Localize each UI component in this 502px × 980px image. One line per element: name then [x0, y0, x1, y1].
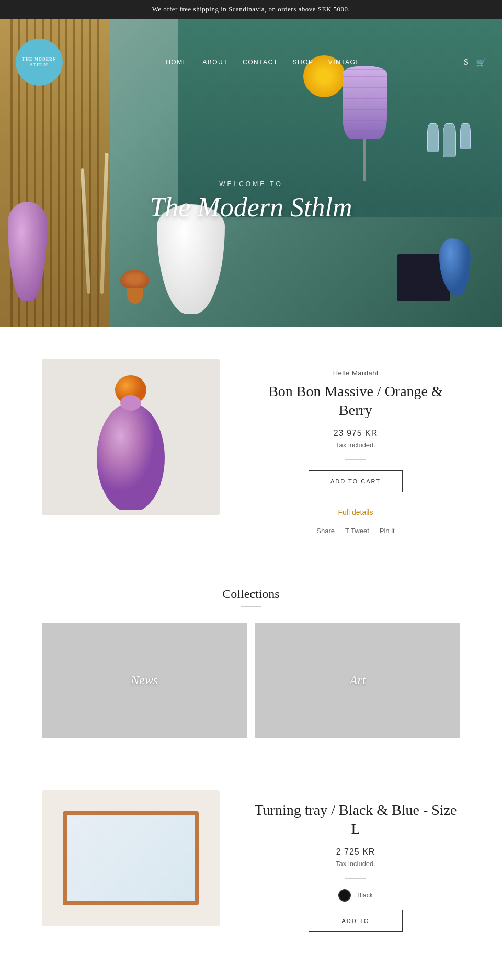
hero-candles [84, 153, 106, 296]
product-name: Bon Bon Massive / Orange & Berry [251, 382, 460, 420]
product-price: 23 975 KR [251, 429, 460, 438]
collections-divider [241, 606, 261, 607]
collections-title: Collections [42, 587, 460, 601]
nav-icons: S 🛒 [464, 57, 486, 67]
product-divider [345, 459, 366, 460]
second-product-image [42, 790, 220, 926]
hero-text-block: WELCOME TO The Modern Sthlm [0, 180, 502, 223]
second-product-tax: Tax included. [251, 860, 460, 868]
hero-mushroom-vase [120, 270, 149, 301]
bon-bon-vase-svg [78, 364, 183, 510]
product-brand: Helle Mardahl [251, 369, 460, 377]
nav-about[interactable]: ABOUT [202, 59, 228, 66]
tweet-link[interactable]: T Tweet [345, 527, 369, 535]
main-nav: THE MODERNSTHLM HOME ABOUT CONTACT SHOP … [0, 33, 502, 91]
hero-welcome: WELCOME TO [0, 180, 502, 188]
second-product-info: Turning tray / Black & Blue - Size L 2 7… [251, 790, 460, 932]
collections-section: Collections News Art [0, 566, 502, 769]
featured-product-image [42, 359, 220, 515]
svg-point-1 [97, 403, 165, 510]
hero-section: THE MODERNSTHLM HOME ABOUT CONTACT SHOP … [0, 19, 502, 327]
add-to-cart-button[interactable]: ADD TO CART [309, 470, 403, 492]
hero-blue-vase [439, 238, 471, 296]
featured-product-section: Helle Mardahl Bon Bon Massive / Orange &… [0, 327, 502, 566]
nav-links: HOME ABOUT CONTACT SHOP VINTAGE [166, 59, 361, 66]
nav-home[interactable]: HOME [166, 59, 188, 66]
nav-shop[interactable]: SHOP [293, 59, 314, 66]
second-product-price: 2 725 KR [251, 847, 460, 857]
second-product-name: Turning tray / Black & Blue - Size L [251, 801, 460, 839]
color-swatch-row: Black [251, 889, 460, 902]
second-add-to-cart-button[interactable]: ADD TO [309, 910, 403, 932]
collection-news-card[interactable]: News [42, 623, 247, 738]
logo-text: THE MODERNSTHLM [22, 56, 56, 68]
site-logo[interactable]: THE MODERNSTHLM [16, 39, 63, 86]
black-swatch[interactable] [338, 889, 351, 902]
hero-title: The Modern Sthlm [0, 192, 502, 223]
collection-art-label: Art [350, 673, 366, 687]
hero-glasses [427, 123, 471, 157]
social-share: Share T Tweet Pin it [251, 527, 460, 535]
banner-text: We offer free shipping in Scandinavia, o… [152, 5, 350, 13]
cart-icon[interactable]: 🛒 [476, 57, 486, 67]
product-tax: Tax included. [251, 441, 460, 449]
svg-point-2 [120, 395, 141, 411]
featured-product-info: Helle Mardahl Bon Bon Massive / Orange &… [251, 359, 460, 535]
top-banner: We offer free shipping in Scandinavia, o… [0, 0, 502, 19]
color-label: Black [357, 892, 372, 899]
tray-visual [63, 811, 199, 905]
second-product-divider [345, 878, 366, 879]
collection-news-label: News [131, 673, 158, 687]
collections-grid: News Art [42, 623, 460, 738]
full-details-link[interactable]: Full details [251, 508, 460, 516]
nav-contact[interactable]: CONTACT [243, 59, 278, 66]
pin-link[interactable]: Pin it [380, 527, 395, 535]
second-product-section: Turning tray / Black & Blue - Size L 2 7… [0, 769, 502, 963]
collection-art-card[interactable]: Art [255, 623, 460, 738]
share-link[interactable]: Share [316, 527, 335, 535]
search-icon[interactable]: S [464, 57, 469, 67]
nav-vintage[interactable]: VINTAGE [328, 59, 361, 66]
